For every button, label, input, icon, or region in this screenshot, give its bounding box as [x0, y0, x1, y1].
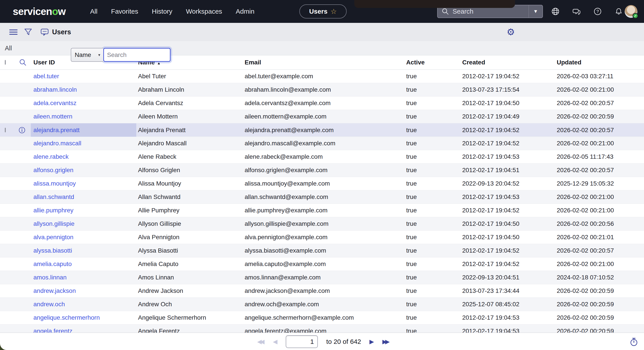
table-row[interactable]: alejandro.mascall Alejandro Mascall alej… — [0, 137, 644, 150]
table-row[interactable]: andrew.och Andrew Och andrew.och@example… — [0, 298, 644, 311]
filter-icon[interactable] — [23, 23, 33, 41]
column-header-email[interactable]: Email — [243, 59, 404, 66]
row-user-id-link[interactable]: alissa.mountjoy — [34, 180, 76, 187]
nav-all[interactable]: All — [90, 8, 97, 15]
row-user-id-link[interactable]: alyssa.biasotti — [34, 247, 72, 254]
avatar[interactable]: ✓ — [625, 5, 638, 18]
info-icon[interactable] — [18, 127, 31, 134]
row-active: true — [404, 328, 460, 333]
search-column-select[interactable]: Name ▾ — [71, 48, 103, 62]
row-active: true — [404, 113, 460, 120]
comment-icon[interactable] — [40, 23, 50, 41]
table-row[interactable]: abel.tuter Abel Tuter abel.tuter@example… — [0, 70, 644, 83]
row-user-id-link[interactable]: angelique.schermerhorn — [34, 314, 100, 321]
globe-icon[interactable] — [550, 6, 560, 16]
page-number-input[interactable] — [286, 335, 318, 348]
row-user-id-link[interactable]: allie.pumphrey — [34, 207, 74, 214]
first-page-button[interactable]: ◀◀ — [257, 338, 265, 345]
prev-page-button[interactable]: ◀ — [273, 338, 278, 345]
nav-favorites[interactable]: Favorites — [111, 8, 138, 15]
help-icon[interactable]: ? — [593, 6, 602, 16]
row-user-id-link[interactable]: allyson.gillispie — [34, 220, 74, 227]
row-range-label: to 20 of 642 — [326, 338, 361, 346]
status-available-badge: ✓ — [632, 13, 638, 19]
row-user-id-link[interactable]: alene.rabeck — [34, 153, 68, 160]
row-user-id-link[interactable]: allan.schwantd — [34, 194, 74, 200]
select-all-checkbox[interactable] — [5, 60, 6, 65]
row-name: Amos Linnan — [136, 274, 243, 281]
row-updated: 2026-02-02 00:21:00 — [555, 260, 644, 268]
table-row[interactable]: alejandra.prenatt Alejandra Prenatt alej… — [0, 123, 644, 137]
next-page-button[interactable]: ▶ — [370, 338, 374, 345]
row-active: true — [404, 260, 460, 268]
row-updated: 2026-02-02 00:20:57 — [555, 167, 644, 174]
row-user-id-link[interactable]: alfonso.griglen — [34, 167, 74, 174]
gear-icon[interactable]: ⚙ — [507, 23, 515, 41]
row-email: allie.pumphrey@example.com — [243, 207, 404, 214]
row-updated: 2026-02-02 00:20:57 — [555, 127, 644, 134]
table-row[interactable]: amelia.caputo Amelia Caputo amelia.caput… — [0, 258, 644, 271]
list-search-input[interactable] — [104, 48, 170, 61]
bell-icon[interactable] — [614, 6, 624, 16]
row-checkbox[interactable] — [5, 128, 6, 132]
table-row[interactable]: abraham.lincoln Abraham Lincoln abraham.… — [0, 83, 644, 96]
row-user-id-link[interactable]: aileen.mottern — [34, 113, 72, 120]
row-user-id-link[interactable]: amelia.caputo — [34, 260, 72, 267]
table-row[interactable]: angela.ferentz Angela Ferentz angela.fer… — [0, 324, 644, 333]
table-row[interactable]: andrew.jackson Andrew Jackson andrew.jac… — [0, 284, 644, 298]
nav-history[interactable]: History — [152, 8, 172, 15]
favorite-star-icon[interactable]: ☆ — [330, 7, 337, 16]
row-active: true — [404, 180, 460, 187]
column-header-created[interactable]: Created — [460, 59, 555, 66]
row-user-id-link[interactable]: andrew.och — [34, 301, 65, 308]
pill-label: Users — [309, 8, 327, 15]
row-user-id-link[interactable]: adela.cervantsz — [34, 100, 76, 106]
table-row[interactable]: alyssa.biasotti Alyssa Biasotti alyssa.b… — [0, 244, 644, 258]
row-created: 2012-02-17 19:04:53 — [460, 328, 555, 333]
table-row[interactable]: aileen.mottern Aileen Mottern aileen.mot… — [0, 110, 644, 123]
list-title: Users — [52, 23, 71, 41]
row-user-id-link[interactable]: andrew.jackson — [34, 287, 76, 294]
global-search-input[interactable] — [452, 8, 528, 15]
chat-icon[interactable] — [572, 6, 581, 16]
list-menu-icon[interactable] — [9, 23, 18, 41]
table-row[interactable]: alissa.mountjoy Alissa Mountjoy alissa.m… — [0, 177, 644, 190]
response-time-icon[interactable] — [629, 333, 639, 350]
row-user-id-link[interactable]: alejandra.prenatt — [34, 127, 80, 134]
nav-admin[interactable]: Admin — [236, 8, 254, 15]
current-page-pill[interactable]: Users ☆ — [299, 4, 346, 18]
row-user-id-link[interactable]: alva.pennigton — [34, 234, 74, 240]
table-row[interactable]: alene.rabeck Alene Rabeck alene.rabeck@e… — [0, 150, 644, 164]
nav-workspaces[interactable]: Workspaces — [186, 8, 222, 15]
row-user-id-link[interactable]: alejandro.mascall — [34, 140, 81, 147]
table-row[interactable]: allyson.gillispie Allyson Gillispie ally… — [0, 217, 644, 230]
row-user-id-link[interactable]: abel.tuter — [34, 73, 59, 80]
table-row[interactable]: alva.pennigton Alva Pennigton alva.penni… — [0, 230, 644, 244]
select-arrow-icon: ▾ — [98, 52, 100, 58]
table-row[interactable]: allan.schwantd Allan Schwantd allan.schw… — [0, 190, 644, 204]
column-header-active[interactable]: Active — [404, 59, 460, 66]
table-row[interactable]: angelique.schermerhorn Angelique Scherme… — [0, 311, 644, 324]
row-created: 2012-02-17 19:04:52 — [460, 247, 555, 254]
row-user-id-link[interactable]: angela.ferentz — [34, 328, 72, 333]
table-row[interactable]: amos.linnan Amos Linnan amos.linnan@exam… — [0, 271, 644, 284]
row-created: 2012-02-17 19:04:50 — [460, 220, 555, 227]
table-row[interactable]: allie.pumphrey Allie Pumphrey allie.pump… — [0, 204, 644, 217]
row-user-id-link[interactable]: abraham.lincoln — [34, 86, 77, 93]
last-page-button[interactable]: ▶▶ — [382, 338, 390, 345]
breadcrumb[interactable]: All — [5, 45, 12, 52]
row-user-id-link[interactable]: amos.linnan — [34, 274, 66, 281]
servicenow-logo[interactable]: servicenow — [13, 0, 66, 23]
table-row[interactable]: adela.cervantsz Adela Cervantsz adela.ce… — [0, 96, 644, 110]
list-footer: ◀◀ ◀ to 20 of 642 ▶ ▶▶ — [0, 333, 644, 350]
svg-text:?: ? — [596, 9, 599, 14]
column-search-icon[interactable] — [19, 58, 31, 66]
row-name: Alejandra Prenatt — [136, 127, 243, 134]
table-row[interactable]: alfonso.griglen Alfonso Griglen alfonso.… — [0, 164, 644, 177]
column-header-updated[interactable]: Updated — [555, 59, 644, 66]
row-updated: 2024-02-18 07:10:52 — [555, 274, 644, 281]
row-updated: 2025-12-29 15:05:32 — [555, 180, 644, 187]
row-created: 2022-09-13 20:04:51 — [460, 274, 555, 281]
search-scope-dropdown[interactable]: ▼ — [529, 8, 542, 14]
row-updated: 2026-02-02 00:20:59 — [555, 113, 644, 120]
